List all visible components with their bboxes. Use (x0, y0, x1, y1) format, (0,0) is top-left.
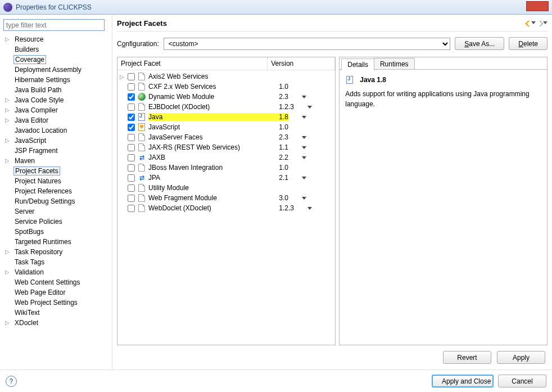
facet-name: JavaServer Faces (148, 133, 279, 141)
facet-version[interactable]: 1.0 (279, 164, 335, 172)
facet-version[interactable]: 2.2 (279, 154, 335, 161)
chevron-down-icon[interactable] (302, 177, 306, 179)
facet-row[interactable]: Axis2 Web Services (117, 71, 335, 82)
facet-version[interactable]: 1.0 (279, 123, 335, 131)
facet-row[interactable]: Web Fragment Module3.0 (117, 193, 335, 203)
sidebar-item[interactable]: Java Editor (3, 115, 108, 125)
chevron-down-icon[interactable] (307, 106, 312, 109)
facet-version[interactable]: 1.2.3 (279, 103, 335, 111)
category-tree[interactable]: ResourceBuildersCoverageDeployment Assem… (3, 34, 108, 366)
facet-row[interactable]: JBoss Maven Integration1.0 (117, 163, 335, 173)
facet-version[interactable]: 3.0 (279, 194, 335, 202)
facet-row[interactable]: JavaServer Faces2.3 (117, 132, 335, 142)
tab-details[interactable]: Details (341, 58, 374, 70)
delete-button[interactable]: Delete (509, 37, 548, 50)
sidebar-item[interactable]: Service Policies (3, 217, 108, 227)
facet-version[interactable]: 2.3 (279, 133, 335, 141)
facet-row[interactable]: JAX-RS (REST Web Services)1.1 (117, 142, 335, 152)
facet-checkbox[interactable] (128, 144, 135, 151)
sidebar-item[interactable]: Coverage (3, 55, 108, 65)
facet-checkbox[interactable] (128, 93, 135, 101)
chevron-down-icon[interactable] (302, 146, 306, 149)
page-title: Project Facets (117, 19, 526, 28)
facet-row[interactable]: WebDoclet (XDoclet)1.2.3 (117, 203, 335, 213)
apply-button[interactable]: Apply (497, 351, 545, 364)
facet-version[interactable]: 1.8 (279, 113, 335, 121)
sidebar-item[interactable]: Run/Debug Settings (3, 196, 108, 206)
chevron-down-icon[interactable] (302, 136, 306, 139)
facet-version[interactable]: 1.1 (279, 143, 335, 151)
facet-checkbox[interactable] (128, 154, 135, 161)
col-project-facet[interactable]: Project Facet (117, 57, 268, 70)
facet-checkbox[interactable] (128, 164, 135, 172)
sidebar-item[interactable]: Web Page Editor (3, 287, 108, 298)
col-version[interactable]: Version (268, 57, 335, 70)
facet-checkbox[interactable] (128, 205, 135, 212)
sidebar-item[interactable]: Builders (3, 44, 108, 55)
sidebar-item[interactable]: Javadoc Location (3, 125, 108, 136)
sidebar-item[interactable]: Server (3, 206, 108, 217)
sidebar-item[interactable]: XDoclet (3, 318, 108, 328)
sidebar-item[interactable]: Validation (3, 267, 108, 277)
facet-row[interactable]: ⇄JAXB2.2 (117, 152, 335, 163)
chevron-down-icon[interactable] (302, 96, 306, 98)
page-icon (137, 193, 146, 202)
facet-checkbox[interactable] (128, 184, 135, 192)
sidebar-item[interactable]: Web Content Settings (3, 277, 108, 287)
chevron-down-icon[interactable] (307, 207, 312, 210)
sidebar-item[interactable]: Resource (3, 34, 108, 44)
apply-and-close-button[interactable]: Apply and Close (432, 375, 494, 388)
revert-button[interactable]: Revert (443, 351, 491, 364)
configuration-select[interactable]: <custom> (164, 38, 451, 50)
sidebar-item[interactable]: Maven (3, 156, 108, 166)
facet-row[interactable]: EJBDoclet (XDoclet)1.2.3 (117, 102, 335, 112)
facet-version[interactable]: 1.0 (279, 83, 335, 91)
facet-checkbox[interactable] (128, 103, 135, 111)
facet-version[interactable]: 1.2.3 (279, 204, 335, 212)
facet-table-body[interactable]: Axis2 Web ServicesCXF 2.x Web Services1.… (117, 70, 335, 345)
sidebar-item[interactable]: Task Tags (3, 257, 108, 267)
facet-checkbox[interactable] (128, 73, 135, 80)
sidebar-item[interactable]: Hibernate Settings (3, 75, 108, 85)
facet-checkbox[interactable] (128, 124, 135, 131)
help-icon[interactable]: ? (6, 376, 17, 387)
facet-version[interactable]: 2.1 (279, 174, 335, 182)
sidebar-item[interactable]: Project References (3, 186, 108, 196)
sidebar-item[interactable]: Project Facets (3, 166, 108, 176)
sidebar-item[interactable]: JavaScript (3, 136, 108, 146)
chevron-down-icon[interactable] (302, 116, 306, 119)
facet-checkbox[interactable] (128, 114, 135, 121)
facet-row[interactable]: Dynamic Web Module2.3 (117, 92, 335, 102)
tab-runtimes[interactable]: Runtimes (374, 58, 415, 70)
facet-checkbox[interactable] (128, 195, 135, 202)
sidebar-item[interactable]: Java Build Path (3, 85, 108, 95)
nav-forward-icon[interactable] (538, 21, 548, 26)
facet-row[interactable]: ⇄JPA2.1 (117, 173, 335, 183)
close-icon[interactable] (526, 1, 549, 11)
facet-row[interactable]: Utility Module (117, 183, 335, 193)
save-as-button[interactable]: Save As... (455, 37, 504, 50)
filter-input[interactable] (3, 19, 105, 31)
sidebar-item[interactable]: SpotBugs (3, 227, 108, 237)
sidebar-item[interactable]: Deployment Assembly (3, 65, 108, 75)
facet-row[interactable]: CXF 2.x Web Services1.0 (117, 82, 335, 92)
nav-back-icon[interactable] (526, 21, 536, 26)
cancel-button[interactable]: Cancel (498, 375, 546, 388)
chevron-down-icon[interactable] (302, 197, 306, 200)
facet-checkbox[interactable] (128, 134, 135, 141)
facet-version[interactable]: 2.3 (279, 93, 335, 101)
sidebar-item[interactable]: Task Repository (3, 247, 108, 257)
sidebar-item[interactable]: Project Natures (3, 176, 108, 186)
facet-row[interactable]: JavaScript1.0 (117, 122, 335, 132)
chevron-down-icon[interactable] (302, 156, 306, 159)
sidebar-item[interactable]: Java Compiler (3, 105, 108, 115)
facet-checkbox[interactable] (128, 83, 135, 91)
sidebar-item[interactable]: Targeted Runtimes (3, 237, 108, 247)
sidebar-item[interactable]: Web Project Settings (3, 298, 108, 308)
facet-row[interactable]: Java1.8 (117, 112, 335, 122)
sidebar-item[interactable]: JSP Fragment (3, 146, 108, 156)
sidebar-item[interactable]: WikiText (3, 308, 108, 318)
sidebar-item[interactable]: Java Code Style (3, 95, 108, 105)
facet-checkbox[interactable] (128, 174, 135, 182)
facet-name: CXF 2.x Web Services (148, 83, 279, 91)
